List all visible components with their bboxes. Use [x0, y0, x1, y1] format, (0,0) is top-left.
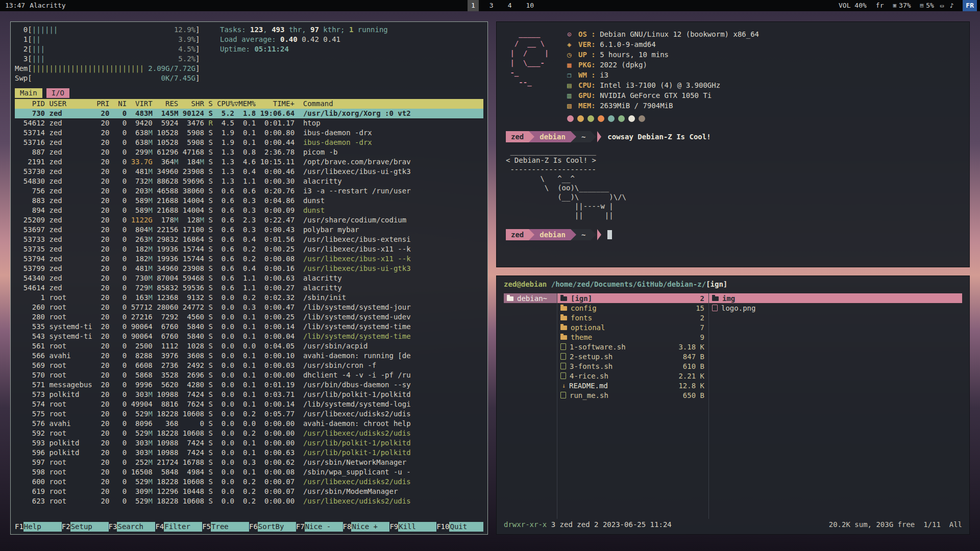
- htop-terminal-window[interactable]: 0[|||||| 12.9%] 1[|| 3.9%] 2[||| 4.5%] 3…: [10, 21, 488, 535]
- process-row[interactable]: 592 root 20 0 529M 18228 10608 S 0.0 0.2…: [15, 429, 483, 438]
- process-row[interactable]: 597 root 20 0 252M 21724 16788 S 0.0 0.3…: [15, 458, 483, 467]
- htop-tabs: Main I/O: [15, 88, 483, 98]
- workspace-1[interactable]: 1: [468, 0, 479, 11]
- file-row-README.md[interactable]: ↓README.md12.8 K: [557, 381, 708, 390]
- process-row[interactable]: 54612 zed 20 0 9420 5924 3476 R 4.5 0.1 …: [15, 118, 483, 128]
- fkey-search[interactable]: F3Search: [109, 522, 156, 532]
- process-row[interactable]: 596 polkitd 20 0 303M 10988 7424 S 0.0 0…: [15, 448, 483, 458]
- fkey-tree[interactable]: F5Tree: [202, 522, 249, 532]
- fkey-nice-[interactable]: F8Nice +: [343, 522, 390, 532]
- file-row-config[interactable]: config15: [557, 303, 708, 313]
- tab-main[interactable]: Main: [15, 88, 42, 98]
- file-row-theme[interactable]: theme9: [557, 332, 708, 342]
- shell-prompt-2[interactable]: zed debian ~: [506, 229, 960, 240]
- file-row-2-setup.sh[interactable]: 2-setup.sh847 B: [557, 352, 708, 361]
- file-row-logo.png[interactable]: logo.png: [709, 303, 962, 313]
- process-row[interactable]: 54830 zed 20 0 732M 88628 59696 S 1.3 1.…: [15, 177, 483, 186]
- meter: Mem[|||||||||||||||||||||||||| 2.09G/7.7…: [15, 64, 483, 73]
- file-row-run_me.sh[interactable]: run_me.sh650 B: [557, 390, 708, 400]
- process-row[interactable]: 53697 zed 20 0 804M 22156 17100 S 0.6 0.…: [15, 225, 483, 235]
- process-row[interactable]: 543 systemd-ti 20 0 90064 6760 5840 S 0.…: [15, 332, 483, 341]
- process-row[interactable]: 570 root 20 0 5868 3528 2696 S 0.0 0.1 0…: [15, 370, 483, 380]
- fkey-nice-[interactable]: F7Nice -: [296, 522, 343, 532]
- file-row-1-software.sh[interactable]: 1-software.sh3.18 K: [557, 342, 708, 352]
- file-name: run_me.sh: [570, 391, 608, 399]
- process-row[interactable]: 598 root 20 0 16508 5848 4984 S 0.0 0.1 …: [15, 467, 483, 477]
- process-row[interactable]: 756 zed 20 0 203M 46588 38060 S 0.6 0.6 …: [15, 186, 483, 196]
- fetch-terminal-window[interactable]: _____ / __ \ | / | | \___- -_ --_ ⊙OS : …: [496, 21, 970, 267]
- speaker-icon[interactable]: ♪: [950, 0, 953, 11]
- workspace-10[interactable]: 10: [522, 0, 537, 11]
- process-row[interactable]: 561 root 20 0 2500 1112 1028 S 0.0 0.0 0…: [15, 341, 483, 351]
- process-row[interactable]: 623 root 20 0 529M 18228 10608 S 0.0 0.2…: [15, 496, 483, 506]
- file-row-img[interactable]: img: [709, 293, 962, 303]
- fkey-quit[interactable]: F10Quit: [436, 522, 483, 532]
- file-name: 2-setup.sh: [570, 353, 612, 361]
- process-row[interactable]: 53730 zed 20 0 481M 34960 23908 S 1.3 0.…: [15, 167, 483, 177]
- mem-icon: ▧: [567, 101, 578, 111]
- file-row-optional[interactable]: optional7: [557, 322, 708, 332]
- fkey-filter[interactable]: F4Filter: [155, 522, 202, 532]
- preview-column: imglogo.png: [709, 293, 962, 519]
- ranger-terminal-window[interactable]: zed@debian /home/zed/Documents/GitHub/de…: [496, 276, 970, 535]
- workspace-4[interactable]: 4: [504, 0, 516, 11]
- process-row[interactable]: 53799 zed 20 0 481M 34960 23908 S 0.6 0.…: [15, 264, 483, 273]
- file-row-4-rice.sh[interactable]: 4-rice.sh2.21 K: [557, 371, 708, 381]
- bar-module[interactable]: VOL 40%: [839, 0, 867, 11]
- process-row[interactable]: 600 root 20 0 529M 18228 10608 S 0.0 0.2…: [15, 477, 483, 487]
- file-size: 15: [696, 304, 708, 312]
- process-row[interactable]: 576 avahi 20 0 8096 368 0 S 0.0 0.0 0:00…: [15, 419, 483, 429]
- process-row[interactable]: 280 root 20 0 27216 7292 4560 S 0.0 0.1 …: [15, 312, 483, 322]
- wm -icon: ❐: [567, 70, 578, 80]
- file-row-3-fonts.sh[interactable]: 3-fonts.sh610 B: [557, 361, 708, 371]
- process-row[interactable]: 730 zed 20 0 483M 145M 90124 S 5.2 1.8 1…: [15, 109, 483, 118]
- process-row[interactable]: 593 polkitd 20 0 303M 10988 7424 S 0.0 0…: [15, 438, 483, 448]
- process-row[interactable]: 573 polkitd 20 0 303M 10988 7424 S 0.0 0…: [15, 390, 483, 399]
- prompt-host-segment: debian: [534, 229, 571, 240]
- process-table-header[interactable]: PID USER PRI NI VIRT RES SHR S CPU%▽MEM%…: [15, 99, 483, 109]
- file-row-ign[interactable]: [ign]2: [557, 293, 708, 303]
- process-row[interactable]: 53716 zed 20 0 638M 10528 5908 S 1.9 0.1…: [15, 138, 483, 147]
- process-row[interactable]: 1 root 20 0 163M 12368 9132 S 0.0 0.2 0:…: [15, 293, 483, 303]
- bar-module[interactable]: ▣37%: [893, 0, 911, 11]
- process-row[interactable]: 53733 zed 20 0 263M 29832 16864 S 0.6 0.…: [15, 235, 483, 244]
- keyboard-layout-badge[interactable]: FR: [963, 0, 977, 11]
- process-row[interactable]: 569 root 20 0 6608 2736 2492 S 0.0 0.1 0…: [15, 361, 483, 370]
- file-row-debian~[interactable]: debian~: [504, 293, 557, 303]
- file-size: 2: [700, 314, 708, 322]
- process-row[interactable]: 574 root 20 0 49904 8816 7624 S 0.0 0.1 …: [15, 399, 483, 409]
- process-row[interactable]: 53794 zed 20 0 182M 19936 15744 S 0.6 0.…: [15, 254, 483, 264]
- debian-ascii-logo: _____ / __ \ | / | | \___- -_ --_: [506, 29, 567, 122]
- file-row-fonts[interactable]: fonts2: [557, 313, 708, 322]
- bar-modules: VOL 40%fr▣37%▤5% ▭ ♪ FR: [839, 0, 977, 11]
- tab-io[interactable]: I/O: [46, 88, 69, 98]
- process-row[interactable]: 887 zed 20 0 299M 61296 47168 S 1.3 0.8 …: [15, 147, 483, 157]
- process-row[interactable]: 894 zed 20 0 589M 21688 14004 S 0.6 0.3 …: [15, 206, 483, 215]
- prompt-path-segment: ~: [576, 131, 591, 142]
- file-name: README.md: [569, 382, 608, 390]
- workspace-3[interactable]: 3: [486, 0, 497, 11]
- fkey-setup[interactable]: F2Setup: [62, 522, 109, 532]
- bar-module[interactable]: fr: [876, 0, 884, 11]
- process-row[interactable]: 54340 zed 20 0 730M 87004 59468 S 0.6 1.…: [15, 273, 483, 283]
- process-row[interactable]: 566 avahi 20 0 8288 3976 3608 S 0.0 0.1 …: [15, 351, 483, 361]
- process-row[interactable]: 53714 zed 20 0 638M 10528 5908 S 1.9 0.1…: [15, 128, 483, 138]
- sysinfo-line: ◈VER: 6.1.0-9-amd64: [567, 39, 759, 49]
- bar-module[interactable]: ▤5%: [920, 0, 934, 11]
- process-row[interactable]: 535 systemd-ti 20 0 90064 6760 5840 S 0.…: [15, 322, 483, 332]
- fkey-sortby[interactable]: F6SortBy: [249, 522, 296, 532]
- process-row[interactable]: 54614 zed 20 0 729M 85832 59536 S 0.6 1.…: [15, 283, 483, 293]
- display-icon[interactable]: ▭: [940, 0, 944, 11]
- sysinfo-line: ❐WM : i3: [567, 70, 759, 80]
- terminal-color-dots: [567, 115, 759, 122]
- process-row[interactable]: 2191 zed 20 0 33.7G 364M 184M S 1.3 4.6 …: [15, 157, 483, 167]
- process-row[interactable]: 25209 zed 20 0 1122G 178M 128M S 0.6 2.3…: [15, 215, 483, 225]
- process-row[interactable]: 575 root 20 0 529M 18228 10608 S 0.0 0.2…: [15, 409, 483, 419]
- fkey-kill[interactable]: F9Kill: [389, 522, 436, 532]
- process-row[interactable]: 883 zed 20 0 589M 21688 14004 S 0.6 0.3 …: [15, 196, 483, 206]
- process-row[interactable]: 619 root 20 0 309M 12296 10448 S 0.0 0.2…: [15, 487, 483, 496]
- fkey-help[interactable]: F1Help: [15, 522, 62, 532]
- process-row[interactable]: 53735 zed 20 0 182M 19936 15744 S 0.6 0.…: [15, 244, 483, 254]
- process-row[interactable]: 571 messagebus 20 0 9996 5620 4280 S 0.0…: [15, 380, 483, 390]
- process-row[interactable]: 260 root 20 0 57712 28060 24772 S 0.0 0.…: [15, 303, 483, 312]
